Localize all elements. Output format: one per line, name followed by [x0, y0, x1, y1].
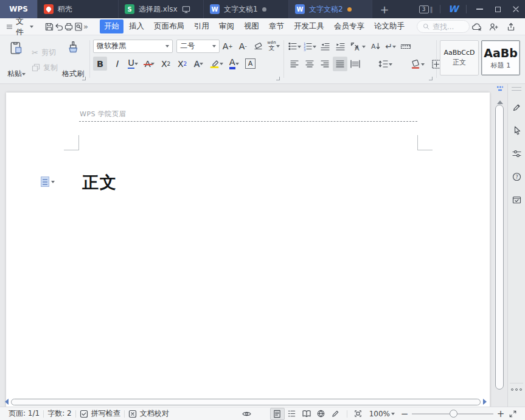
tab-document1[interactable]: W 文字文稿1	[204, 0, 289, 18]
sort-button[interactable]: A	[368, 39, 383, 54]
word-count[interactable]: 字数: 2	[44, 408, 75, 419]
menu-tab-page-layout[interactable]: 页面布局	[150, 19, 189, 33]
panel-more-button[interactable]	[508, 388, 525, 391]
menu-tab-insert[interactable]: 插入	[125, 19, 148, 33]
highlight-color-button[interactable]	[208, 57, 224, 71]
paragraph-options-widget[interactable]	[41, 177, 55, 187]
menu-tab-member[interactable]: 会员专享	[330, 19, 369, 33]
pinyin-guide-button[interactable]: wén 文	[266, 39, 280, 53]
save-button[interactable]	[44, 20, 54, 33]
font-color-button[interactable]: A	[227, 57, 241, 71]
distribute-button[interactable]	[348, 57, 363, 71]
search-input[interactable]	[433, 23, 464, 31]
outline-view-button[interactable]	[285, 408, 299, 420]
panel-drag-handle[interactable]	[512, 87, 521, 91]
tab-docer[interactable]: 稻壳	[38, 0, 119, 18]
menu-tab-developer[interactable]: 开发工具	[290, 19, 329, 33]
print-button[interactable]	[64, 20, 74, 33]
clear-format-button[interactable]	[251, 39, 265, 53]
wps-logo-button[interactable]: W	[444, 0, 462, 18]
search-box[interactable]	[417, 20, 470, 33]
cut-button[interactable]: ✂ 剪切	[32, 47, 58, 58]
menu-tab-home[interactable]: 开始	[100, 19, 123, 33]
cloud-sync-button[interactable]	[470, 20, 484, 33]
strikethrough-button[interactable]: A	[142, 57, 156, 71]
justify-button[interactable]	[333, 57, 347, 71]
eye-protection-button[interactable]	[240, 408, 254, 420]
increase-indent-button[interactable]	[333, 39, 347, 54]
new-tab-button[interactable]: +	[372, 0, 397, 18]
page-view-button[interactable]	[270, 408, 285, 420]
align-center-button[interactable]	[302, 57, 317, 71]
spellcheck-toggle[interactable]: 拼写检查	[76, 408, 124, 419]
menu-tab-view[interactable]: 视图	[240, 19, 263, 33]
zoom-in-button[interactable]: +	[496, 408, 506, 419]
file-menu-button[interactable]: 文件	[6, 16, 33, 38]
grow-font-button[interactable]: A+	[221, 39, 235, 53]
edit-tool-button[interactable]	[508, 98, 525, 116]
select-tool-button[interactable]	[508, 121, 525, 139]
superscript-button[interactable]: X2	[159, 57, 173, 71]
subscript-button[interactable]: X2	[175, 57, 189, 71]
font-size-combo[interactable]: 二号	[176, 40, 220, 53]
undo-button[interactable]	[54, 20, 64, 33]
zoom-slider[interactable]	[412, 408, 493, 420]
shrink-font-button[interactable]: A-	[236, 39, 250, 53]
paragraph-dialog-launcher[interactable]	[429, 77, 433, 80]
text-effects-button[interactable]: A	[192, 57, 206, 71]
ink-tool-button[interactable]	[329, 408, 343, 420]
font-dialog-launcher[interactable]	[276, 77, 280, 80]
tab-document2-active[interactable]: W 文字文稿2	[289, 0, 372, 18]
proofread-toggle[interactable]: 文档校对	[125, 408, 173, 419]
underline-button[interactable]: U	[126, 57, 140, 71]
line-spacing-button[interactable]	[375, 57, 395, 71]
tab-spreadsheet[interactable]: S 选择题.xlsx	[119, 0, 204, 18]
align-right-button[interactable]	[318, 57, 332, 71]
adjust-settings-button[interactable]	[508, 144, 525, 163]
char-indent-button[interactable]	[398, 39, 413, 54]
window-manager-button[interactable]: 3 ‖	[415, 0, 436, 18]
style-normal[interactable]: AaBbCcD 正文	[440, 40, 479, 75]
numbered-list-button[interactable]: 123	[302, 39, 317, 54]
vertical-scroll-thumb[interactable]	[495, 105, 504, 390]
minimize-button[interactable]	[470, 0, 488, 18]
read-mode-button[interactable]	[299, 408, 314, 420]
menu-tab-section[interactable]: 章节	[265, 19, 288, 33]
style-heading1-selected[interactable]: AaBb 标题 1	[481, 40, 520, 75]
fullscreen-button[interactable]	[506, 408, 520, 420]
bullet-list-button[interactable]	[287, 39, 302, 54]
fit-page-button[interactable]	[351, 408, 366, 420]
format-painter-button[interactable]: 格式刷	[60, 38, 86, 82]
copy-button[interactable]: 复制	[32, 63, 58, 73]
web-layout-button[interactable]	[314, 408, 329, 420]
zoom-value[interactable]: 100%	[369, 410, 390, 418]
character-scaling-button[interactable]: A	[348, 39, 367, 54]
clipboard-dialog-launcher[interactable]	[82, 77, 86, 80]
italic-button[interactable]: I	[110, 57, 123, 71]
bold-button[interactable]: B	[93, 57, 107, 71]
document-page[interactable]: WPS 学院页眉 正文	[6, 93, 490, 409]
menu-tab-references[interactable]: 引用	[190, 19, 214, 33]
maximize-button[interactable]	[488, 0, 507, 18]
horizontal-scroll-thumb[interactable]	[11, 399, 481, 405]
more-quick-tools-button[interactable]: »	[83, 20, 88, 33]
scroll-up-arrow[interactable]	[497, 97, 503, 104]
shading-button[interactable]	[408, 57, 427, 71]
show-marks-button[interactable]: ↵	[383, 39, 398, 54]
menu-tab-review[interactable]: 审阅	[215, 19, 238, 33]
align-left-button[interactable]	[287, 57, 302, 71]
close-button[interactable]	[507, 0, 525, 18]
print-preview-button[interactable]	[74, 20, 83, 33]
scroll-right-arrow[interactable]	[483, 399, 490, 405]
decrease-indent-button[interactable]	[318, 39, 332, 54]
paste-button[interactable]: 粘贴	[4, 38, 29, 82]
task-center-button[interactable]	[508, 191, 525, 209]
zoom-slider-knob[interactable]	[450, 410, 457, 418]
menu-tab-paper-assistant[interactable]: 论文助手	[370, 19, 409, 33]
character-border-button[interactable]: A	[243, 57, 257, 71]
zoom-out-button[interactable]: −	[400, 408, 409, 419]
ruler-toggle-icon[interactable]	[495, 85, 505, 93]
scroll-left-arrow[interactable]	[2, 399, 9, 405]
share-button[interactable]	[504, 20, 518, 33]
invite-collaborator-button[interactable]	[487, 20, 501, 33]
